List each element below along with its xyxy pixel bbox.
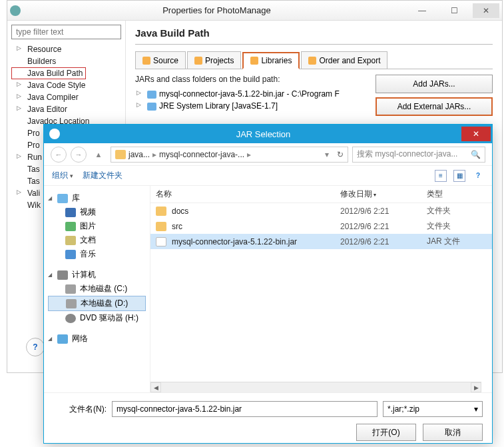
- view-list-icon[interactable]: ≡: [435, 170, 447, 182]
- libraries-icon: [250, 57, 258, 65]
- filename-input[interactable]: [112, 401, 378, 417]
- chevron-down-icon: ▾: [474, 404, 478, 414]
- sidebar-drive-d[interactable]: 本地磁盘 (D:): [48, 296, 146, 311]
- new-folder-button[interactable]: 新建文件夹: [83, 170, 123, 181]
- library-row[interactable]: mysql-connector-java-5.1.22-bin.jar - C:…: [135, 88, 368, 100]
- order-icon: [308, 57, 316, 65]
- tab-projects[interactable]: Projects: [187, 51, 241, 69]
- tree-java-build-path[interactable]: Java Build Path: [11, 67, 86, 79]
- buildpath-label: JARs and class folders on the build path…: [135, 75, 368, 84]
- jar-icon: [147, 91, 156, 99]
- maximize-button[interactable]: ☐: [441, 3, 467, 18]
- col-date[interactable]: 修改日期: [340, 189, 427, 200]
- jar-titlebar[interactable]: JAR Selection ✕: [44, 125, 492, 143]
- help-button[interactable]: ?: [26, 338, 45, 356]
- tabs: Source Projects Libraries Order and Expo…: [135, 51, 493, 69]
- horizontal-scrollbar[interactable]: ◀▶: [150, 382, 481, 392]
- sidebar-libraries[interactable]: 库: [48, 191, 146, 205]
- sidebar-documents[interactable]: 文档: [48, 233, 146, 247]
- close-button[interactable]: ✕: [461, 127, 491, 141]
- documents-icon: [65, 236, 76, 245]
- tree-java-compiler[interactable]: Java Compiler: [11, 91, 121, 103]
- dialog-title: JAR Selection: [65, 129, 461, 139]
- computer-icon: [57, 270, 68, 280]
- drive-icon: [65, 284, 76, 294]
- video-icon: [65, 208, 76, 217]
- col-type[interactable]: 类型: [427, 189, 487, 200]
- eclipse-icon: [49, 129, 60, 139]
- jre-icon: [147, 103, 156, 111]
- view-details-icon[interactable]: ▦: [453, 170, 465, 182]
- tree-java-editor[interactable]: Java Editor: [11, 103, 121, 115]
- tab-libraries[interactable]: Libraries: [242, 52, 300, 69]
- sidebar-music[interactable]: 音乐: [48, 247, 146, 261]
- close-button[interactable]: ✕: [473, 3, 499, 18]
- organize-menu[interactable]: 组织: [52, 170, 73, 181]
- sidebar-dvd[interactable]: DVD 驱动器 (H:): [48, 311, 146, 325]
- sidebar: 库 视频 图片 文档 音乐 计算机 本地磁盘 (C:) 本地磁盘 (D:) DV…: [44, 186, 150, 392]
- dialog-toolbar: 组织 新建文件夹 ≡ ▦ ?: [44, 166, 492, 186]
- open-button[interactable]: 打开(O): [356, 424, 416, 441]
- folder-icon: [156, 207, 166, 216]
- sidebar-computer[interactable]: 计算机: [48, 268, 146, 282]
- add-jars-button[interactable]: Add JARs...: [376, 75, 493, 93]
- help-icon[interactable]: ?: [472, 170, 484, 182]
- sidebar-pictures[interactable]: 图片: [48, 219, 146, 233]
- dvd-icon: [65, 314, 76, 323]
- tree-java-code-style[interactable]: Java Code Style: [11, 79, 121, 91]
- search-input[interactable]: 搜索 mysql-connector-java...🔍: [352, 147, 485, 163]
- projects-icon: [194, 57, 202, 65]
- file-row[interactable]: src2012/9/6 2:21文件夹: [150, 219, 492, 234]
- minimize-button[interactable]: —: [409, 3, 435, 18]
- page-heading: Java Build Path: [135, 27, 493, 45]
- refresh-icon[interactable]: ↻: [337, 150, 344, 159]
- library-icon: [57, 194, 68, 203]
- cancel-button[interactable]: 取消: [423, 424, 483, 441]
- col-name[interactable]: 名称: [156, 189, 340, 200]
- tab-source[interactable]: Source: [135, 51, 186, 69]
- chevron-down-icon[interactable]: ▾: [325, 150, 329, 159]
- file-row[interactable]: mysql-connector-java-5.1.22-bin.jar2012/…: [150, 234, 492, 249]
- filename-label: 文件名(N):: [53, 404, 107, 415]
- folder-icon: [115, 150, 126, 159]
- jar-file-icon: [156, 237, 166, 246]
- search-icon: 🔍: [471, 150, 481, 159]
- music-icon: [65, 250, 76, 259]
- tab-order-export[interactable]: Order and Export: [301, 51, 387, 69]
- eclipse-icon: [10, 5, 21, 16]
- file-filter-dropdown[interactable]: *.jar;*.zip▾: [383, 401, 483, 417]
- properties-titlebar[interactable]: Properties for PhotoManage — ☐ ✕: [7, 1, 502, 21]
- tree-resource[interactable]: Resource: [11, 43, 121, 55]
- network-icon: [57, 334, 68, 344]
- file-row[interactable]: docs2012/9/6 2:21文件夹: [150, 203, 492, 219]
- folder-icon: [156, 222, 166, 231]
- drive-icon: [66, 299, 77, 308]
- add-external-jars-button[interactable]: Add External JARs...: [376, 97, 493, 116]
- sidebar-drive-c[interactable]: 本地磁盘 (C:): [48, 282, 146, 296]
- filter-input[interactable]: [11, 25, 121, 39]
- up-button[interactable]: ▲: [91, 147, 107, 163]
- sidebar-video[interactable]: 视频: [48, 205, 146, 219]
- pictures-icon: [65, 222, 76, 231]
- back-button[interactable]: ←: [51, 147, 67, 163]
- jar-selection-dialog: JAR Selection ✕ ← → ▲ java...▸ mysql-con…: [43, 124, 493, 444]
- forward-button[interactable]: →: [71, 147, 87, 163]
- nav-bar: ← → ▲ java...▸ mysql-connector-java-...▸…: [44, 143, 492, 166]
- breadcrumb[interactable]: java...▸ mysql-connector-java-...▸ ▾ ↻: [111, 147, 348, 163]
- file-list: 名称 修改日期 类型 docs2012/9/6 2:21文件夹 src2012/…: [150, 186, 492, 392]
- tree-builders[interactable]: Builders: [11, 55, 121, 67]
- sidebar-network[interactable]: 网络: [48, 332, 146, 346]
- source-icon: [142, 57, 150, 65]
- library-row[interactable]: JRE System Library [JavaSE-1.7]: [135, 100, 368, 112]
- window-title: Properties for PhotoManage: [25, 5, 409, 15]
